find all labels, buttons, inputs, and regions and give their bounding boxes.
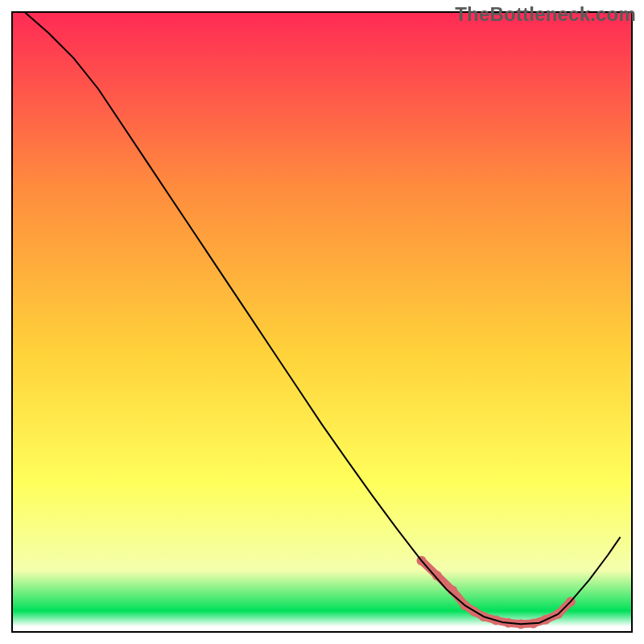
watermark-label: TheBottleneck.com: [455, 3, 636, 26]
chart-plot: [0, 0, 644, 644]
gradient-background: [11, 11, 633, 633]
chart-container: TheBottleneck.com: [0, 0, 644, 644]
